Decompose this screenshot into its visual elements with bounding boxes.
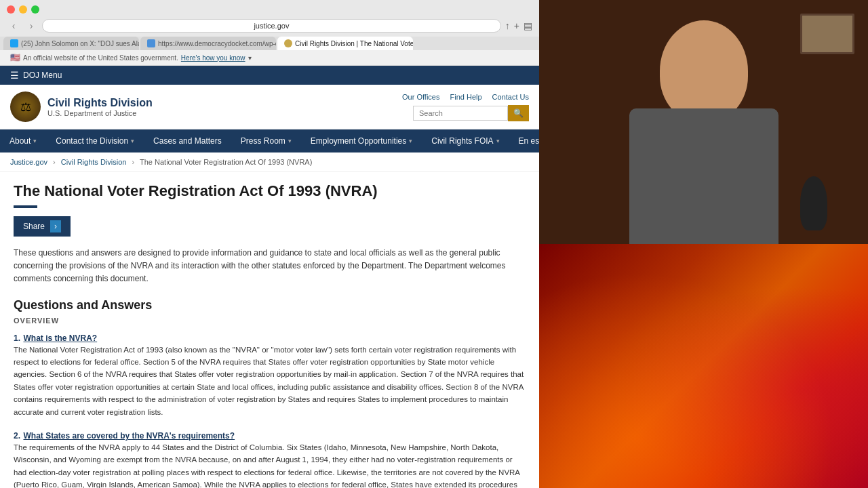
microphone [800,176,827,230]
browser-window: ‹ › justice.gov ↑ + ▤ (25) John Solomon … [0,0,539,488]
site-header: ⚖ Civil Rights Division U.S. Department … [0,85,539,129]
website-content: 🇺🇸 An official website of the United Sta… [0,50,539,488]
new-tab-icon[interactable]: + [514,20,519,31]
division-name: Civil Rights Division [47,97,153,109]
gov-banner: 🇺🇸 An official website of the United Sta… [0,50,539,66]
find-help-link[interactable]: Find Help [450,93,482,101]
breadcrumb-current: The National Voter Registration Act Of 1… [140,158,312,166]
intro-text: These questions and answers are designed… [14,247,526,286]
nav-press-arrow: ▾ [288,138,292,144]
qa-item-1: 1. What is the NVRA? The National Voter … [14,331,526,418]
nav-employment-arrow: ▾ [409,138,412,144]
browser-tabs: (25) John Solomon on X: "DOJ sues Alabam… [0,37,539,50]
browser-toolbar: ‹ › justice.gov ↑ + ▤ [7,19,532,33]
logo-area: ⚖ Civil Rights Division U.S. Department … [10,92,153,122]
nav-espanol-label: En español [519,136,539,146]
nav-contact-arrow: ▾ [131,138,134,144]
search-button[interactable]: 🔍 [508,105,529,121]
share-label: Share [23,222,45,231]
nav-press-label: Press Room [241,136,285,146]
header-right: Our Offices Find Help Contact Us 🔍 [402,93,529,121]
webcam-area [539,0,868,488]
fullscreen-button[interactable] [31,5,39,14]
close-button[interactable] [7,5,15,14]
tab-3[interactable]: Civil Rights Division | The National Vot… [277,37,413,50]
nav-foia-label: Civil Rights FOIA [431,136,493,146]
nav-employment-label: Employment Opportunities [311,136,406,146]
share-arrow-icon: › [50,220,61,232]
wall-art [800,14,854,54]
flag-icon: 🇺🇸 [10,53,20,62]
doj-seal: ⚖ [10,92,41,122]
gov-banner-link[interactable]: Here's how you know [181,54,245,62]
qa-2-header: 2. What States are covered by the NVRA's… [14,429,526,441]
search-input[interactable] [413,106,508,121]
tab-2-label: https://www.democracydocket.com/wp-conte… [158,40,276,47]
tab-2-favicon [147,39,155,47]
page-title: The National Voter Registration Act Of 1… [14,182,526,200]
gov-banner-text: An official website of the United States… [23,54,178,62]
doj-menu-bar: ☰ DOJ Menu [0,66,539,85]
traffic-lights [7,5,532,14]
person-body [629,108,778,244]
breadcrumb-sep-1: › [53,158,56,166]
nav-employment[interactable]: Employment Opportunities ▾ [301,129,422,152]
hamburger-label: DOJ Menu [23,70,62,80]
tab-1-favicon [10,39,18,47]
hamburger-icon: ☰ [10,70,19,81]
forward-button[interactable]: › [24,19,38,33]
toolbar-icons: ↑ + ▤ [505,20,532,31]
contact-us-link[interactable]: Contact Us [492,93,529,101]
webcam-frame [539,0,868,244]
site-title: Civil Rights Division U.S. Department of… [47,97,153,117]
qa-item-2: 2. What States are covered by the NVRA's… [14,429,526,488]
background-overlay [539,244,868,488]
qa-section-heading: Questions and Answers [14,298,526,312]
share-button[interactable]: Share › [14,216,71,237]
header-links: Our Offices Find Help Contact Us [402,93,529,101]
tab-1[interactable]: (25) John Solomon on X: "DOJ sues Alabam… [3,37,139,50]
overview-label: OVERVIEW [14,317,526,325]
nav-about-label: About [9,136,31,146]
qa-1-number: 1. [14,333,20,343]
department-name: U.S. Department of Justice [47,109,153,117]
qa-2-question[interactable]: What States are covered by the NVRA's re… [23,431,235,441]
nav-cases[interactable]: Cases and Matters [144,129,231,152]
share-icon[interactable]: ↑ [505,20,510,31]
main-content: The National Voter Registration Act Of 1… [0,172,539,488]
browser-chrome: ‹ › justice.gov ↑ + ▤ [0,0,539,37]
search-bar: 🔍 [413,105,529,121]
title-underline [14,205,37,208]
breadcrumb-division[interactable]: Civil Rights Division [61,158,127,166]
nav-cases-label: Cases and Matters [153,136,222,146]
our-offices-link[interactable]: Our Offices [402,93,439,101]
nav-foia-arrow: ▾ [496,138,500,144]
address-bar[interactable]: justice.gov [42,19,501,33]
nav-espanol[interactable]: En español [509,129,539,152]
sidebar-icon[interactable]: ▤ [524,20,532,31]
nav-press[interactable]: Press Room ▾ [231,129,301,152]
tab-3-label: Civil Rights Division | The National Vot… [295,40,413,47]
minimize-button[interactable] [19,5,27,14]
qa-1-header: 1. What is the NVRA? [14,331,526,344]
breadcrumb: Justice.gov › Civil Rights Division › Th… [0,152,539,172]
breadcrumb-home[interactable]: Justice.gov [10,158,47,166]
nav-about-arrow: ▾ [33,138,37,144]
tab-1-label: (25) John Solomon on X: "DOJ sues Alabam… [21,40,139,47]
tab-2[interactable]: https://www.democracydocket.com/wp-conte… [140,37,276,50]
nav-bar: About ▾ Contact the Division ▾ Cases and… [0,129,539,152]
nav-foia[interactable]: Civil Rights FOIA ▾ [422,129,509,152]
qa-1-question[interactable]: What is the NVRA? [23,333,97,343]
hamburger-menu[interactable]: ☰ DOJ Menu [10,70,62,81]
qa-2-answer: The requirements of the NVRA apply to 44… [14,441,526,488]
nav-contact-division[interactable]: Contact the Division ▾ [46,129,144,152]
breadcrumb-sep-2: › [132,158,134,166]
tab-3-favicon [284,39,292,47]
banner-dropdown-icon[interactable]: ▾ [248,54,252,62]
qa-2-number: 2. [14,431,20,441]
nav-about[interactable]: About ▾ [0,129,46,152]
person-head [660,20,748,122]
nav-contact-label: Contact the Division [56,136,128,146]
back-button[interactable]: ‹ [7,19,20,33]
qa-1-answer: The National Voter Registration Act of 1… [14,344,526,418]
